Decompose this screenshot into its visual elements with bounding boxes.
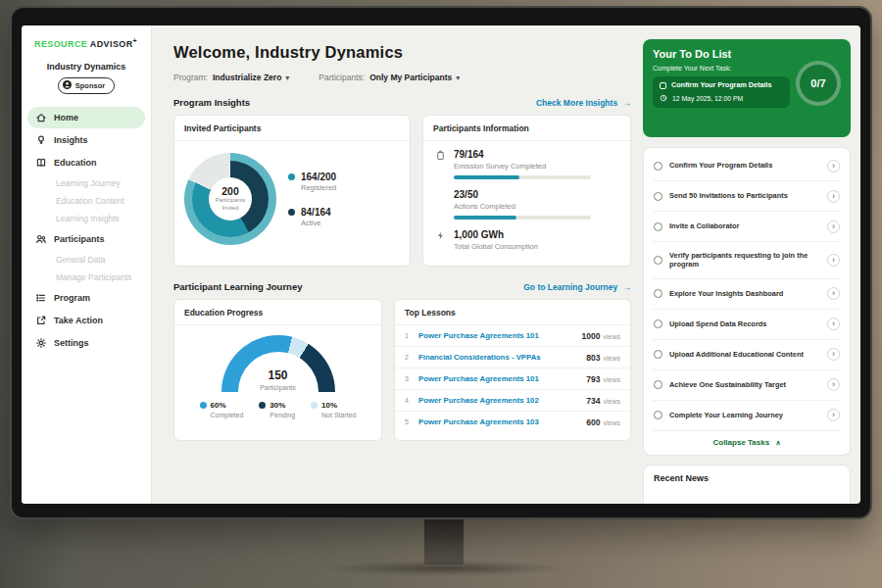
top-lessons-card: Top Lessons 1 Power Purchase Agreements … — [394, 299, 631, 441]
lesson-link[interactable]: Power Purchase Agreements 101 — [418, 374, 579, 383]
program-filter[interactable]: Program: Industrialize Zero ▾ — [173, 73, 289, 82]
task-checkbox[interactable] — [654, 256, 662, 265]
legend-pending: 30% Pending — [259, 401, 295, 418]
lesson-link[interactable]: Power Purchase Agreements 102 — [418, 396, 579, 405]
lesson-row[interactable]: 1 Power Purchase Agreements 101 1000view… — [395, 325, 630, 347]
lesson-row[interactable]: 2 Financial Considerations - VPPAs 803vi… — [395, 347, 630, 368]
legend-label: Completed — [211, 412, 244, 418]
task-checkbox[interactable] — [654, 192, 662, 201]
program-filter-value: Industrialize Zero — [213, 73, 281, 82]
sidebar-item-education[interactable]: Education — [27, 152, 145, 173]
chevron-right-icon[interactable]: › — [827, 254, 840, 267]
go-to-learning-journey-link[interactable]: Go to Learning Journey → — [523, 282, 631, 292]
next-task-time: 12 May 2025, 12:00 PM — [672, 95, 743, 102]
task-row-achieve-target[interactable]: Achieve One Sustainability Target › — [653, 370, 841, 401]
next-task-label: Confirm Your Program Details — [671, 81, 771, 90]
info-row-emission-survey: 79/164 Emission Survey Completed — [423, 141, 630, 181]
monitor-stand-shadow — [323, 561, 568, 576]
program-filter-label: Program: — [173, 73, 208, 82]
sidebar-item-general-data[interactable]: General Data — [27, 251, 145, 269]
task-row-explore-insights[interactable]: Explore Your Insights Dashboard › — [653, 279, 841, 310]
task-row-send-invitations[interactable]: Send 50 Invitations to Participants › — [653, 181, 841, 212]
participants-filter[interactable]: Participants: Only My Participants ▾ — [318, 73, 460, 82]
task-label: Upload Additional Educational Content — [669, 350, 820, 360]
lesson-link[interactable]: Power Purchase Agreements 103 — [418, 417, 579, 426]
legend-percent: 10% — [321, 401, 337, 410]
arrow-right-icon: → — [623, 98, 632, 108]
sidebar-item-label: Program — [54, 293, 90, 303]
sidebar-item-learning-insights[interactable]: Learning Insights — [27, 210, 145, 227]
program-insights-header: Program Insights Check More Insights → — [173, 97, 631, 108]
legend-value: 164/200 — [301, 172, 336, 182]
check-more-insights-link[interactable]: Check More Insights → — [536, 98, 631, 108]
chevron-right-icon[interactable]: › — [827, 287, 840, 300]
checkbox-icon[interactable] — [660, 82, 666, 89]
task-row-confirm-program[interactable]: Confirm Your Program Details › — [653, 151, 841, 181]
todo-list-card: Your To Do List Complete Your Next Task:… — [643, 39, 851, 137]
legend-dot-navy — [259, 402, 266, 409]
sidebar-item-label: Take Action — [54, 316, 103, 325]
invited-donut-chart: 200 ParticipantsInvited — [184, 153, 276, 245]
gauge-center: 150 Participants — [221, 368, 335, 392]
sidebar-item-label: General Data — [56, 255, 106, 265]
gauge-center-value: 150 — [221, 368, 335, 382]
info-value: 23/50 — [454, 189, 618, 200]
sidebar-item-program[interactable]: Program — [27, 287, 145, 309]
chevron-right-icon[interactable]: › — [827, 220, 840, 233]
monitor-stand — [424, 519, 464, 564]
task-row-verify-participants[interactable]: Verify participants requesting to join t… — [653, 242, 841, 279]
learning-cards-row: Education Progress 150 Participants 60% — [173, 299, 631, 441]
task-checkbox[interactable] — [654, 162, 662, 171]
sidebar-item-label: Participants — [54, 234, 105, 244]
sidebar-item-learning-journey[interactable]: Learning Journey — [27, 174, 145, 192]
task-checkbox[interactable] — [654, 411, 662, 419]
org-name: Industry Dynamics — [22, 62, 151, 72]
chevron-right-icon[interactable]: › — [827, 348, 840, 361]
brand-plus: + — [133, 37, 138, 44]
insights-cards-row: Invited Participants 200 ParticipantsInv… — [173, 115, 631, 267]
sidebar-item-education-content[interactable]: Education Content — [27, 192, 145, 210]
lesson-row[interactable]: 3 Power Purchase Agreements 101 793views — [395, 368, 630, 390]
legend-completed: 60% Completed — [200, 401, 244, 418]
spacer-icon — [435, 190, 446, 220]
sidebar-item-settings[interactable]: Settings — [27, 332, 145, 354]
home-icon — [35, 112, 47, 123]
task-checkbox[interactable] — [654, 222, 662, 231]
legend-value: 84/164 — [301, 207, 331, 218]
lesson-link[interactable]: Financial Considerations - VPPAs — [418, 353, 579, 362]
chevron-right-icon[interactable]: › — [827, 409, 840, 421]
sponsor-icon — [63, 80, 72, 91]
sidebar-item-label: Manage Participants — [56, 272, 132, 282]
task-checkbox[interactable] — [654, 319, 662, 328]
legend-active: 84/164 Active — [288, 207, 336, 227]
sidebar-item-label: Settings — [54, 338, 89, 348]
chevron-right-icon[interactable]: › — [827, 318, 840, 330]
brand-logo: RESOURCE ADVISOR+ — [22, 25, 151, 49]
clock-icon — [660, 94, 667, 103]
sponsor-badge[interactable]: Sponsor — [58, 77, 115, 94]
legend-dot-blue — [200, 402, 207, 409]
chevron-right-icon[interactable]: › — [827, 378, 840, 391]
chevron-right-icon[interactable]: › — [827, 190, 840, 203]
task-checkbox[interactable] — [654, 350, 662, 359]
task-row-upload-educational-content[interactable]: Upload Additional Educational Content › — [653, 340, 841, 370]
sidebar-item-insights[interactable]: Insights — [27, 129, 145, 151]
card-title: Invited Participants — [174, 116, 410, 141]
sidebar-item-participants[interactable]: Participants — [27, 228, 145, 250]
next-task-pill[interactable]: Confirm Your Program Details 12 May 2025… — [653, 76, 790, 108]
book-icon — [35, 157, 47, 169]
task-checkbox[interactable] — [654, 289, 662, 298]
lesson-link[interactable]: Power Purchase Agreements 101 — [418, 331, 575, 340]
task-row-upload-spend-data[interactable]: Upload Spend Data Records › — [653, 310, 841, 340]
chevron-right-icon[interactable]: › — [827, 160, 840, 172]
lesson-row[interactable]: 5 Power Purchase Agreements 103 600views — [395, 412, 630, 432]
task-row-invite-collaborator[interactable]: Invite a Collaborator › — [653, 212, 841, 242]
sidebar-item-home[interactable]: Home — [27, 107, 145, 128]
task-checkbox[interactable] — [654, 380, 662, 389]
lesson-row[interactable]: 4 Power Purchase Agreements 102 734views — [395, 390, 630, 412]
collapse-tasks-link[interactable]: Collapse Tasks ∧ — [653, 431, 841, 451]
legend-dot-lightblue — [311, 402, 318, 409]
sidebar-item-manage-participants[interactable]: Manage Participants — [27, 269, 145, 286]
sidebar-item-take-action[interactable]: Take Action — [27, 310, 145, 331]
task-row-complete-learning-journey[interactable]: Complete Your Learning Journey › — [653, 401, 841, 431]
